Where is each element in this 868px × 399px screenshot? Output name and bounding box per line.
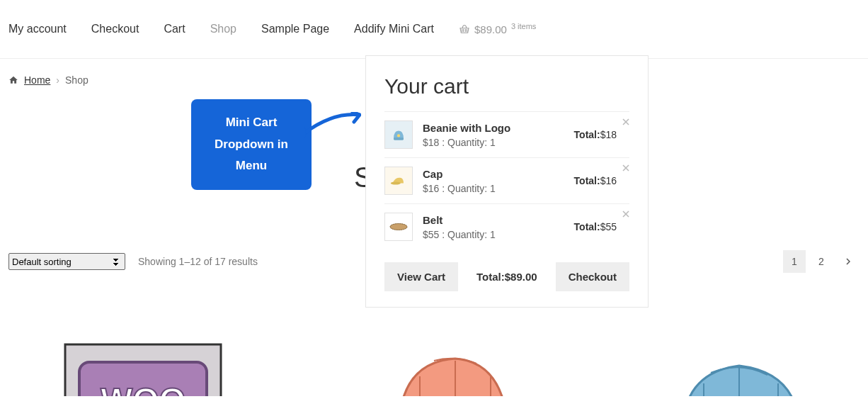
- cart-item-name: Cap: [423, 168, 564, 180]
- nav-addify-mini-cart[interactable]: Addify Mini Cart: [354, 23, 434, 35]
- home-icon: [8, 75, 18, 85]
- cart-item-total: Total:$16: [574, 175, 617, 186]
- nav-my-account[interactable]: My account: [8, 23, 67, 35]
- close-icon: [622, 164, 629, 172]
- cart-summary-link[interactable]: $89.00 3 items: [459, 23, 536, 35]
- cart-item-meta: $55 : Quantity: 1: [423, 229, 564, 240]
- svg-rect-4: [394, 137, 404, 140]
- cart-item-remove-button[interactable]: [622, 162, 629, 174]
- main-nav: My account Checkout Cart Shop Sample Pag…: [0, 0, 868, 59]
- callout-line: Dropdown in: [211, 134, 292, 156]
- product-image: [299, 305, 568, 396]
- cart-item-thumb: [384, 213, 413, 241]
- cart-item-remove-button[interactable]: [622, 116, 629, 128]
- callout-pointer-icon: [304, 112, 361, 140]
- cart-item-remove-button[interactable]: [622, 208, 629, 220]
- cart-summary-count: 3 items: [511, 22, 536, 30]
- close-icon: [622, 118, 629, 125]
- mini-cart-title: Your cart: [384, 74, 629, 99]
- chevron-right-icon: [846, 258, 850, 265]
- close-icon: [622, 210, 629, 218]
- view-cart-button[interactable]: View Cart: [384, 262, 458, 291]
- page-2[interactable]: 2: [810, 250, 833, 273]
- cart-grand-total: Total:$89.00: [476, 271, 537, 283]
- svg-point-5: [397, 134, 400, 137]
- breadcrumb-home[interactable]: Home: [24, 74, 50, 86]
- callout-line: Menu: [211, 155, 292, 177]
- product-card[interactable]: WOO: [8, 305, 277, 396]
- nav-checkout[interactable]: Checkout: [91, 23, 139, 35]
- cart-item-name: Belt: [423, 214, 564, 226]
- basket-icon: [459, 24, 470, 34]
- cart-item-name: Beanie with Logo: [423, 122, 564, 134]
- cart-item: Beanie with Logo $18 : Quantity: 1 Total…: [384, 111, 629, 158]
- cart-item: Belt $55 : Quantity: 1 Total:$55: [384, 204, 629, 249]
- nav-cart[interactable]: Cart: [164, 23, 185, 35]
- cart-item-thumb: [384, 167, 413, 195]
- product-card[interactable]: [591, 305, 860, 396]
- cart-item-meta: $18 : Quantity: 1: [423, 137, 564, 148]
- cart-item-meta: $16 : Quantity: 1: [423, 183, 564, 194]
- cart-item-thumb: [384, 120, 413, 149]
- callout-annotation: Mini Cart Dropdown in Menu: [191, 99, 312, 190]
- cart-summary-total: $89.00: [474, 23, 507, 35]
- result-count: Showing 1–12 of 17 results: [138, 256, 258, 267]
- cart-actions: View Cart Total:$89.00 Checkout: [384, 262, 629, 291]
- product-card[interactable]: [299, 305, 568, 396]
- page-1[interactable]: 1: [783, 250, 806, 273]
- cart-item: Cap $16 : Quantity: 1 Total:$16: [384, 158, 629, 204]
- pagination: 1 2: [783, 250, 860, 273]
- svg-text:WOO: WOO: [101, 381, 185, 396]
- page-next[interactable]: [837, 250, 860, 273]
- checkout-button[interactable]: Checkout: [556, 262, 629, 291]
- callout-line: Mini Cart: [211, 112, 292, 134]
- callout-box: Mini Cart Dropdown in Menu: [191, 99, 312, 190]
- cart-item-total: Total:$55: [574, 221, 617, 232]
- nav-shop[interactable]: Shop: [210, 23, 236, 35]
- product-image: [591, 305, 860, 396]
- svg-point-8: [391, 181, 401, 184]
- sort-select[interactable]: Default sorting: [8, 253, 125, 270]
- product-image: WOO: [8, 305, 277, 396]
- nav-sample-page[interactable]: Sample Page: [261, 23, 329, 35]
- mini-cart-dropdown: Your cart Beanie with Logo $18 : Quantit…: [365, 55, 649, 308]
- breadcrumb-current: Shop: [65, 74, 88, 86]
- breadcrumb-separator: ›: [56, 74, 59, 86]
- cart-item-total: Total:$18: [574, 129, 617, 140]
